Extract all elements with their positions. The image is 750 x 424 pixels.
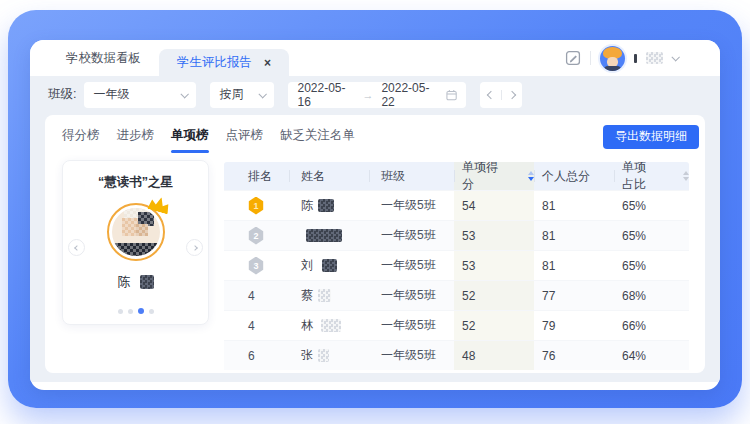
name-cell: 张 [289, 341, 369, 370]
class-cell: 一年级5班 [369, 311, 454, 340]
ratio-cell: 66% [614, 311, 689, 340]
total-score-cell: 81 [534, 221, 614, 250]
ratio-cell: 65% [614, 221, 689, 250]
ranking-table: 排名 姓名 班级 单项得分 个人总分 单项占比 [224, 162, 689, 370]
rank-cell: 2 [224, 221, 289, 250]
date-start-value: 2022-05-16 [297, 81, 354, 109]
rank-cell: 3 [224, 251, 289, 280]
rank-cell: 4 [224, 311, 289, 340]
carousel-dot[interactable] [128, 309, 133, 314]
avatar-body [604, 66, 621, 71]
ratio-cell: 65% [614, 251, 689, 280]
date-range-picker[interactable]: 2022-05-16 → 2022-05-22 [288, 82, 466, 108]
username-masked [646, 52, 663, 64]
star-student-card: “慧读书”之星 陈 [62, 160, 209, 325]
rank-cell: 6 [224, 341, 289, 370]
photo-pixels [136, 224, 148, 236]
class-cell: 一年级5班 [369, 281, 454, 310]
window-tab-bar: 学校数据看板 学生评比报告 × [30, 40, 720, 76]
rank-cell: 1 [224, 191, 289, 220]
table-row: 2 一年级5班 53 81 65% [224, 220, 689, 250]
bronze-medal-icon: 3 [248, 257, 264, 275]
table-row: 6 张 一年级5班 48 76 64% [224, 340, 689, 370]
total-score-cell: 77 [534, 281, 614, 310]
divider [590, 51, 591, 65]
chevron-down-icon [181, 90, 189, 98]
tab-score-ranking[interactable]: 得分榜 [62, 127, 100, 146]
topbar-actions [565, 40, 678, 76]
window-tab-student-report[interactable]: 学生评比报告 × [159, 49, 289, 76]
chevron-down-icon [259, 90, 267, 98]
star-card-title: “慧读书”之星 [98, 174, 173, 191]
export-data-button[interactable]: 导出数据明细 [603, 125, 699, 149]
class-cell: 一年级5班 [369, 191, 454, 220]
student-name-visible: 陈 [118, 273, 131, 291]
class-select-value: 一年级 [93, 86, 129, 103]
date-range-arrow: → [362, 89, 373, 101]
column-header-rank: 排名 [224, 162, 289, 190]
username-masked-tick [634, 54, 637, 63]
sort-icon[interactable] [683, 171, 689, 181]
column-header-ratio[interactable]: 单项占比 [614, 162, 689, 190]
table-row: 1 陈 一年级5班 54 81 65% [224, 190, 689, 220]
crown-icon [147, 194, 171, 214]
item-score-cell: 53 [454, 251, 534, 280]
name-cell: 刘 [289, 251, 369, 280]
name-cell [289, 221, 369, 250]
student-photo-pixelated [112, 208, 160, 256]
user-avatar[interactable] [600, 46, 625, 71]
ranking-tabs: 得分榜 进步榜 单项榜 点评榜 缺乏关注名单 导出数据明细 [45, 115, 705, 152]
ratio-cell: 65% [614, 191, 689, 220]
card-body: 班级: 一年级 按周 2022-05-16 → 2022-05-22 [30, 76, 720, 382]
carousel-dot-active[interactable] [138, 308, 144, 314]
name-cell: 蔡 [289, 281, 369, 310]
class-select[interactable]: 一年级 [84, 82, 196, 108]
divider [501, 90, 502, 100]
total-score-cell: 79 [534, 311, 614, 340]
carousel-prev-button[interactable] [68, 239, 85, 256]
total-score-cell: 76 [534, 341, 614, 370]
carousel-dot[interactable] [149, 309, 154, 314]
report-panel: 得分榜 进步榜 单项榜 点评榜 缺乏关注名单 导出数据明细 “慧读书”之星 [45, 115, 705, 373]
next-week-button[interactable] [508, 90, 516, 98]
date-end-value: 2022-05-22 [381, 81, 438, 109]
table-row: 4 林 一年级5班 52 79 66% [224, 310, 689, 340]
content-row: “慧读书”之星 陈 [45, 152, 705, 370]
item-score-cell: 54 [454, 191, 534, 220]
rank-cell: 4 [224, 281, 289, 310]
tab-single-item-ranking[interactable]: 单项榜 [171, 127, 209, 146]
window-tab-dashboard[interactable]: 学校数据看板 [48, 40, 159, 76]
close-tab-icon[interactable]: × [264, 57, 271, 69]
student-name-masked [140, 275, 154, 289]
tab-comment-ranking[interactable]: 点评榜 [226, 127, 264, 146]
item-score-cell: 48 [454, 341, 534, 370]
tab-progress-ranking[interactable]: 进步榜 [117, 127, 155, 146]
column-header-total-score: 个人总分 [534, 162, 614, 190]
item-score-cell: 53 [454, 221, 534, 250]
carousel-next-button[interactable] [186, 239, 203, 256]
photo-pixels [112, 243, 160, 256]
item-score-cell: 52 [454, 281, 534, 310]
class-cell: 一年级5班 [369, 221, 454, 250]
column-header-class: 班级 [369, 162, 454, 190]
total-score-cell: 81 [534, 251, 614, 280]
account-chevron-down-icon[interactable] [671, 53, 679, 61]
ratio-cell: 68% [614, 281, 689, 310]
student-avatar [107, 203, 165, 261]
window-tab-label: 学校数据看板 [66, 50, 141, 67]
column-header-item-score[interactable]: 单项得分 [454, 162, 534, 190]
gold-medal-icon: 1 [248, 197, 264, 215]
carousel-dots [63, 309, 208, 315]
window-tab-label: 学生评比报告 [177, 54, 252, 71]
compose-icon[interactable] [565, 50, 581, 66]
silver-medal-icon: 2 [248, 227, 264, 245]
calendar-icon [446, 89, 457, 101]
tab-lack-attention-list[interactable]: 缺乏关注名单 [280, 127, 355, 146]
name-cell: 林 [289, 311, 369, 340]
item-score-cell: 52 [454, 311, 534, 340]
previous-week-button[interactable] [487, 90, 495, 98]
carousel-dot[interactable] [118, 309, 123, 314]
class-cell: 一年级5班 [369, 341, 454, 370]
total-score-cell: 81 [534, 191, 614, 220]
period-select[interactable]: 按周 [210, 82, 274, 108]
